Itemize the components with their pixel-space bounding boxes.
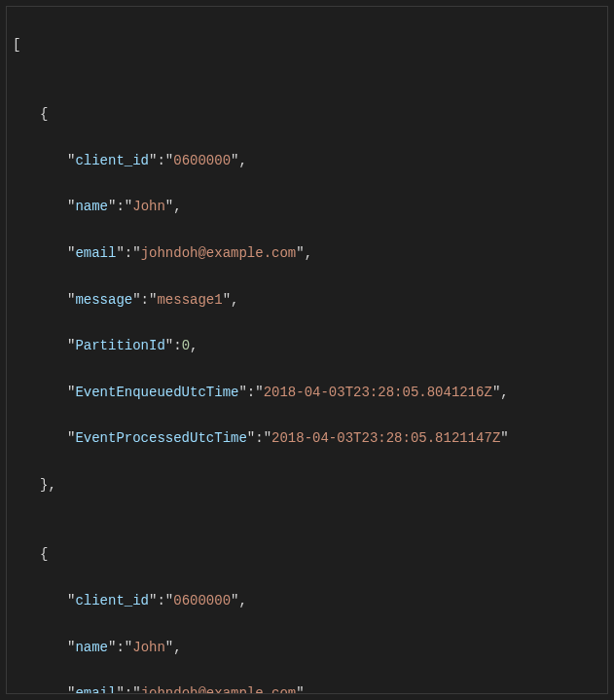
array-open: [ xyxy=(13,34,601,57)
object-open: { xyxy=(13,543,601,567)
json-property: "client_id":"0600000", xyxy=(13,150,601,173)
json-property: "client_id":"0600000", xyxy=(13,590,601,613)
json-property: "email":"johndoh@example.com", xyxy=(13,682,601,694)
object-open: { xyxy=(13,103,601,127)
json-editor: [ { "client_id":"0600000", "name":"John"… xyxy=(6,6,608,694)
json-property: "email":"johndoh@example.com", xyxy=(13,242,601,266)
json-property: "name":"John", xyxy=(13,196,601,219)
json-property: "EventEnqueuedUtcTime":"2018-04-03T23:28… xyxy=(13,382,601,405)
object-close: }, xyxy=(13,474,601,497)
json-property: "EventProcessedUtcTime":"2018-04-03T23:2… xyxy=(13,427,601,451)
json-property: "name":"John", xyxy=(13,637,601,660)
json-property: "message":"message1", xyxy=(13,289,601,313)
json-property: "PartitionId":0, xyxy=(13,335,601,358)
